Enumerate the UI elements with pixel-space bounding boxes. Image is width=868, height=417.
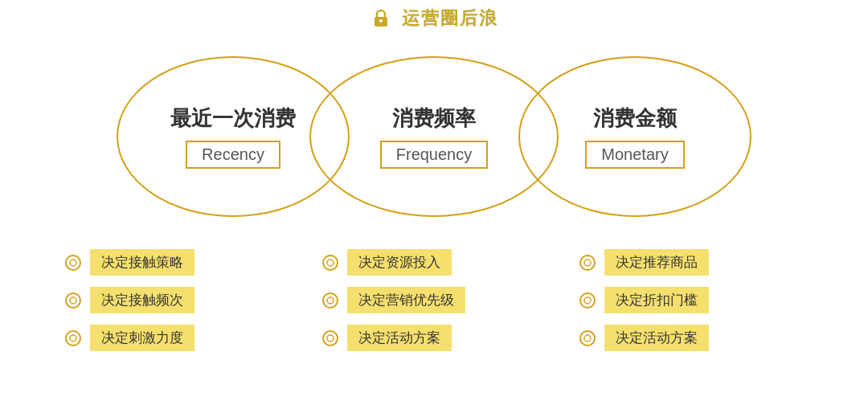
ovals-section: 最近一次消费 Recency 消费频率 Frequency 消费金额 Monet… <box>0 32 868 241</box>
svg-point-6 <box>66 331 80 345</box>
svg-point-17 <box>584 297 591 304</box>
bullet-text: 决定活动方案 <box>604 325 709 351</box>
frequency-oval-wrapper: 消费频率 Frequency <box>309 56 559 217</box>
svg-point-10 <box>323 293 338 308</box>
list-item: 决定接触频次 <box>64 287 194 313</box>
circle-icon <box>64 329 82 347</box>
recency-oval-wrapper: 最近一次消费 Recency <box>117 56 309 217</box>
svg-point-16 <box>580 293 595 308</box>
circle-icon <box>321 292 339 309</box>
circle-icon <box>64 292 82 309</box>
bullet-text: 决定营销优先级 <box>347 287 465 313</box>
svg-point-2 <box>66 256 80 270</box>
monetary-subtitle: Monetary <box>585 141 684 169</box>
monetary-oval-wrapper: 消费金额 Monetary <box>559 56 751 217</box>
circle-icon <box>579 254 596 272</box>
list-item: 决定刺激力度 <box>64 325 194 351</box>
svg-point-7 <box>70 335 76 341</box>
bullet-text: 决定折扣门槛 <box>604 287 709 313</box>
main-container: 运营圈后浪 最近一次消费 Recency 消费频率 Frequency 消费金额… <box>0 0 868 417</box>
svg-point-1 <box>379 19 383 22</box>
frequency-title: 消费频率 <box>392 104 476 133</box>
svg-point-14 <box>580 256 595 270</box>
svg-point-18 <box>580 331 595 345</box>
svg-point-19 <box>584 335 591 341</box>
circle-icon <box>321 329 339 347</box>
bullet-text: 决定接触频次 <box>90 287 194 313</box>
monetary-column: 决定推荐商品 决定折扣门槛 决定活动方案 <box>563 249 820 351</box>
list-item: 决定活动方案 <box>321 325 452 351</box>
circle-icon <box>321 254 339 272</box>
circle-icon <box>579 329 596 347</box>
svg-point-9 <box>327 260 334 266</box>
list-item: 决定折扣门槛 <box>579 287 709 313</box>
svg-point-13 <box>327 335 334 341</box>
bullet-text: 决定接触策略 <box>90 249 194 276</box>
svg-point-8 <box>323 256 338 270</box>
recency-subtitle: Recency <box>186 141 280 169</box>
bullet-text: 决定活动方案 <box>347 325 452 351</box>
list-item: 决定活动方案 <box>579 325 709 351</box>
list-item: 决定资源投入 <box>321 249 452 276</box>
bullet-text: 决定资源投入 <box>347 249 452 276</box>
frequency-column: 决定资源投入 决定营销优先级 决定活动方案 <box>305 249 563 351</box>
svg-point-15 <box>584 260 591 266</box>
watermark: 运营圈后浪 <box>370 6 498 31</box>
list-item: 决定接触策略 <box>64 249 194 276</box>
svg-point-5 <box>70 297 76 304</box>
recency-title: 最近一次消费 <box>170 104 296 133</box>
list-item: 决定营销优先级 <box>321 287 465 313</box>
bullet-text: 决定刺激力度 <box>90 325 194 351</box>
recency-column: 决定接触策略 决定接触频次 决定刺激力度 <box>48 249 305 351</box>
svg-point-11 <box>327 297 334 304</box>
svg-point-3 <box>70 260 76 266</box>
bullets-section: 决定接触策略 决定接触频次 决定刺激力度 <box>0 249 868 351</box>
monetary-title: 消费金额 <box>593 104 677 133</box>
frequency-subtitle: Frequency <box>380 141 489 169</box>
svg-point-4 <box>66 293 80 308</box>
svg-point-12 <box>323 331 338 345</box>
circle-icon <box>579 292 596 309</box>
frequency-oval: 消费频率 Frequency <box>309 56 559 217</box>
list-item: 决定推荐商品 <box>579 249 709 276</box>
bullet-text: 决定推荐商品 <box>604 249 709 276</box>
circle-icon <box>64 254 82 272</box>
